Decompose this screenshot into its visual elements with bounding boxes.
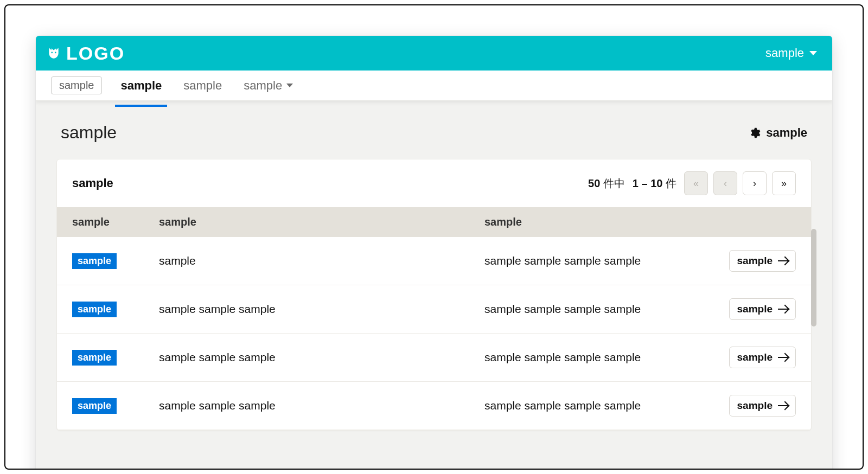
cell: sample sample sample xyxy=(159,399,484,412)
row-action-button[interactable]: sample xyxy=(729,250,796,272)
status-badge: sample xyxy=(72,302,117,317)
pagination-total-number: 50 xyxy=(588,177,600,189)
row-action-button[interactable]: sample xyxy=(729,395,796,417)
table-row: sample sample sample sample sample sampl… xyxy=(57,382,811,430)
tab-0[interactable]: sample xyxy=(51,76,102,94)
table-row: sample sample sample sample sample sampl… xyxy=(57,237,811,285)
page-first-button: « xyxy=(684,171,708,195)
user-menu[interactable]: sample xyxy=(765,46,817,60)
tab-3[interactable]: sample xyxy=(240,72,296,99)
svg-point-1 xyxy=(55,52,56,54)
pagination-buttons: « ‹ › » xyxy=(684,171,796,195)
svg-point-0 xyxy=(51,52,53,54)
status-badge: sample xyxy=(72,350,117,366)
row-action-button[interactable]: sample xyxy=(729,298,796,320)
pagination: 50 件中 1 – 10 件 « ‹ › » xyxy=(588,171,796,195)
chevron-right-icon: › xyxy=(753,178,756,189)
row-action-label: sample xyxy=(737,400,773,412)
double-chevron-left-icon: « xyxy=(693,178,699,189)
page-prev-button: ‹ xyxy=(713,171,737,195)
status-badge: sample xyxy=(72,398,117,414)
tab-1[interactable]: sample xyxy=(117,72,165,99)
arrow-right-icon xyxy=(778,405,788,406)
scrollbar[interactable] xyxy=(811,229,816,326)
cell: sample sample sample xyxy=(159,351,484,364)
arrow-right-icon xyxy=(778,260,788,261)
cell: sample sample sample sample xyxy=(484,351,698,364)
row-action-button[interactable]: sample xyxy=(729,347,796,368)
app-window: LOGO sample sample sample sample sample … xyxy=(36,36,832,470)
page-title: sample xyxy=(61,123,117,143)
tab-2[interactable]: sample xyxy=(180,72,225,99)
gear-icon xyxy=(749,127,761,139)
arrow-right-icon xyxy=(778,357,788,358)
chevron-down-icon xyxy=(809,51,817,55)
status-badge: sample xyxy=(72,253,117,269)
list-card: sample 50 件中 1 – 10 件 « ‹ › » xyxy=(56,159,812,431)
table-header: sample sample sample xyxy=(57,207,811,237)
cell: sample sample sample sample xyxy=(484,303,698,316)
pagination-range: 1 – 10 件 xyxy=(633,176,676,191)
column-header: sample xyxy=(484,216,698,228)
column-header: sample xyxy=(159,216,484,228)
row-action-label: sample xyxy=(737,351,773,363)
cell: sample sample sample sample xyxy=(484,254,698,267)
logo-icon xyxy=(47,46,61,60)
table-row: sample sample sample sample sample sampl… xyxy=(57,285,811,334)
pagination-range-numbers: 1 – 10 xyxy=(633,177,663,189)
tab-label: sample xyxy=(120,79,162,93)
row-action-label: sample xyxy=(737,303,773,315)
cell: sample xyxy=(159,254,484,267)
page-header: sample sample xyxy=(36,101,832,159)
settings-label: sample xyxy=(766,126,807,140)
page-last-button[interactable]: » xyxy=(772,171,796,195)
cell: sample sample sample xyxy=(159,303,484,316)
tab-label: sample xyxy=(244,79,282,93)
user-menu-label: sample xyxy=(765,46,804,60)
pagination-total: 50 件中 xyxy=(588,176,625,191)
row-action-label: sample xyxy=(737,255,773,267)
chevron-left-icon: ‹ xyxy=(724,178,727,189)
settings-button[interactable]: sample xyxy=(749,126,807,140)
tabbar: sample sample sample sample xyxy=(36,71,832,101)
pagination-total-suffix: 件中 xyxy=(603,177,625,189)
tab-label: sample xyxy=(59,79,94,92)
chevron-down-icon xyxy=(286,84,293,87)
pagination-range-suffix: 件 xyxy=(666,177,676,189)
card-title: sample xyxy=(72,176,113,190)
brand[interactable]: LOGO xyxy=(47,43,125,64)
column-header: sample xyxy=(72,216,159,228)
table-row: sample sample sample sample sample sampl… xyxy=(57,334,811,382)
tab-label: sample xyxy=(183,79,222,93)
cell: sample sample sample sample xyxy=(484,399,698,412)
arrow-right-icon xyxy=(778,309,788,310)
double-chevron-right-icon: » xyxy=(781,178,787,189)
card-header: sample 50 件中 1 – 10 件 « ‹ › » xyxy=(57,159,811,207)
topbar: LOGO sample xyxy=(36,36,832,71)
page-next-button[interactable]: › xyxy=(743,171,767,195)
logo-text: LOGO xyxy=(66,43,125,64)
